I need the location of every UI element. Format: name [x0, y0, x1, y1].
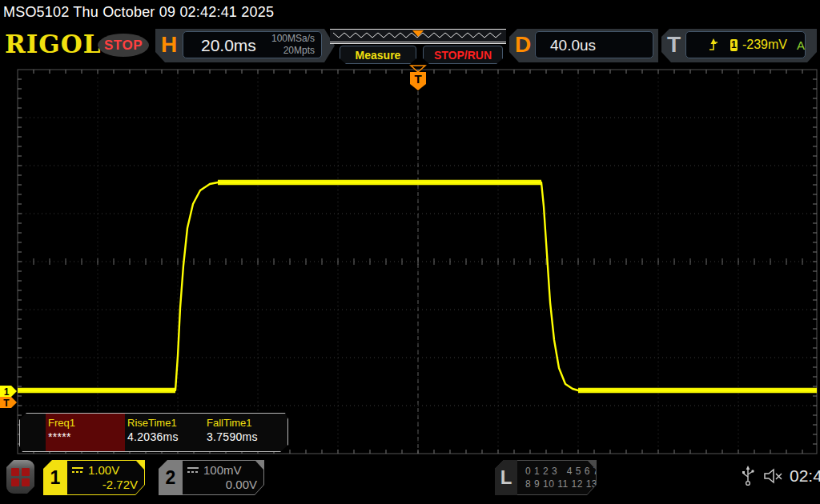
preview-zigzag — [330, 30, 506, 43]
dc-coupling-icon — [72, 466, 83, 474]
graticule-area: T 1 T Freq1 ***** RiseTime1 4.2036ms — [0, 64, 820, 456]
trigger-source-badge: 1 — [730, 39, 738, 51]
oscilloscope-screen: MSO5102 Thu October 09 02:42:41 2025 RIG… — [0, 0, 820, 504]
svg-text:T: T — [3, 398, 10, 409]
measurement-falltime1[interactable]: FallTime1 3.7590ms — [204, 414, 283, 451]
delay-label: D — [515, 32, 531, 58]
timebase-value: 20.0ms — [201, 36, 256, 55]
waveform-preview-strip[interactable] — [330, 29, 506, 44]
clock: 02:42 — [790, 466, 820, 486]
timebase-panel[interactable]: 20.0ms 100MSa/s 20Mpts — [183, 31, 322, 58]
trigger-info-panel[interactable]: 1 -239mV A — [685, 31, 806, 58]
acquisition-info: 100MSa/s 20Mpts — [271, 33, 315, 57]
menu-grid-icon — [11, 468, 30, 486]
header-bar: RIGOL STOP H 20.0ms 100MSa/s 20Mpts Meas… — [0, 27, 820, 64]
usb-icon — [742, 466, 754, 486]
rigol-logo: RIGOL — [5, 30, 102, 58]
trigger-level-value: -239mV — [742, 38, 787, 52]
status-bar: MSO5102 Thu October 09 02:42:41 2025 — [0, 0, 820, 27]
memory-depth: 20Mpts — [271, 45, 315, 57]
trigger-label: T — [667, 32, 681, 58]
speaker-muted-icon[interactable] — [762, 467, 783, 485]
trigger-panel[interactable]: T 1 -239mV A — [661, 29, 817, 62]
svg-text:1: 1 — [4, 386, 10, 398]
dc-coupling-icon — [187, 466, 199, 474]
channel2-badge: 2 — [159, 460, 183, 495]
waveform-display: T 1 T — [0, 64, 820, 456]
delay-value: 40.0us — [550, 37, 596, 54]
measurement-freq1[interactable]: Freq1 ***** — [46, 414, 125, 451]
delay-panel[interactable]: D 40.0us — [509, 29, 658, 62]
ch1-position-marker[interactable]: 1 — [0, 386, 17, 398]
horizontal-label: H — [161, 32, 177, 58]
sample-rate: 100MSa/s — [271, 33, 315, 45]
trigger-level-marker[interactable]: T — [0, 397, 17, 409]
rising-edge-icon — [709, 38, 718, 51]
system-tray: 02:42 — [742, 466, 820, 486]
channel2-status[interactable]: 2 100mV 0.00V — [159, 460, 264, 495]
channel1-panel: 1.00V -2.72V — [67, 461, 144, 494]
measurement-results-panel[interactable]: Freq1 ***** RiseTime1 4.2036ms FallTime1… — [19, 413, 288, 452]
logic-channel-list: 0 1 2 3 4 5 6 7 8 9 10 11 12 13 14 15 — [517, 461, 596, 494]
delay-value-panel[interactable]: 40.0us — [535, 31, 653, 58]
ch1-waveform-trace — [18, 182, 817, 390]
svg-text:T: T — [414, 72, 421, 86]
stop-run-button[interactable]: STOP/RUN — [423, 46, 503, 64]
run-state-badge[interactable]: STOP — [98, 34, 149, 57]
logic-channels-status[interactable]: L 0 1 2 3 4 5 6 7 8 9 10 11 12 13 14 15 — [495, 460, 597, 495]
bottom-bar: 1 1.00V -2.72V 2 100mV 0.00V L — [0, 456, 820, 504]
channel2-panel: 100mV 0.00V — [183, 461, 263, 494]
logic-row-0-7: 0 1 2 3 4 5 6 7 — [525, 465, 596, 478]
menu-grid-button[interactable] — [6, 460, 34, 494]
logic-row-8-15: 8 9 10 11 12 13 14 15 — [525, 478, 596, 490]
measurement-spacer — [20, 414, 46, 451]
channel1-offset: -2.72V — [72, 478, 138, 492]
channel1-scale: 1.00V — [88, 463, 119, 478]
trigger-sweep-mode: A — [797, 38, 805, 52]
model-and-datetime: MSO5102 Thu October 09 02:42:41 2025 — [3, 4, 274, 21]
channel1-badge: 1 — [43, 460, 67, 495]
horizontal-panel[interactable]: H 20.0ms 100MSa/s 20Mpts — [155, 29, 335, 62]
measure-button[interactable]: Measure — [340, 46, 416, 64]
channel1-status[interactable]: 1 1.00V -2.72V — [43, 460, 145, 495]
measurement-risetime1[interactable]: RiseTime1 4.2036ms — [125, 414, 204, 451]
channel2-scale: 100mV — [203, 463, 242, 478]
channel2-offset: 0.00V — [187, 478, 257, 492]
logic-badge: L — [495, 460, 517, 495]
